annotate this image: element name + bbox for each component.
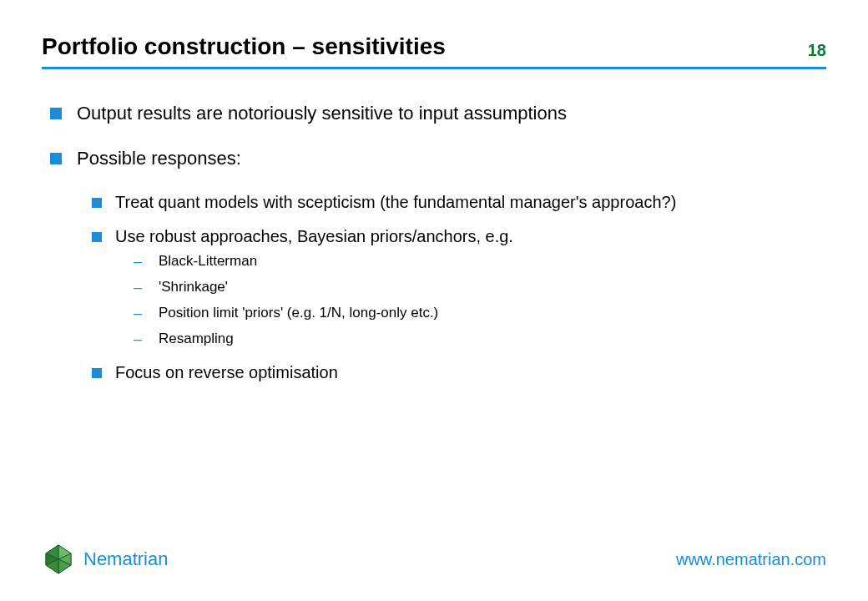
bullet-level1: Possible responses: [50,148,826,169]
bullet-level2: Treat quant models with scepticism (the … [92,193,826,212]
square-bullet-icon [92,368,102,378]
slide-footer: Nematrian www.nematrian.com [42,534,826,576]
bullet-level3: – Black-Litterman [134,253,826,270]
website-url: www.nematrian.com [676,550,826,569]
dash-bullet-icon: – [134,331,145,348]
bullet-text: Resampling [159,331,234,347]
bullet-text: Possible responses: [77,148,241,169]
page-number: 18 [808,41,826,60]
slide-header: Portfolio construction – sensitivities 1… [42,33,826,69]
bullet-text: 'Shrinkage' [159,279,228,295]
slide-content: Output results are notoriously sensitive… [42,103,826,534]
bullet-subgroup: – Black-Litterman – 'Shrinkage' – Positi… [50,253,826,348]
square-bullet-icon [50,153,62,164]
nematrian-logo-icon [42,543,75,576]
bullet-level2: Focus on reverse optimisation [92,363,826,382]
square-bullet-icon [92,232,102,242]
dash-bullet-icon: – [134,279,145,296]
bullet-level3: – 'Shrinkage' [134,279,826,296]
slide-title: Portfolio construction – sensitivities [42,33,446,60]
bullet-text: Focus on reverse optimisation [115,363,338,382]
bullet-text: Position limit 'priors' (e.g. 1/N, long-… [159,305,438,321]
slide-container: Portfolio construction – sensitivities 1… [0,0,868,601]
dash-bullet-icon: – [134,305,145,322]
bullet-text: Output results are notoriously sensitive… [77,103,567,124]
bullet-level3: – Position limit 'priors' (e.g. 1/N, lon… [134,305,826,322]
bullet-text: Use robust approaches, Bayesian priors/a… [115,227,513,246]
bullet-level1: Output results are notoriously sensitive… [50,103,826,124]
bullet-level3: – Resampling [134,331,826,348]
bullet-text: Black-Litterman [159,253,257,270]
bullet-text: Treat quant models with scepticism (the … [115,193,676,212]
footer-brand: Nematrian [42,543,168,576]
dash-bullet-icon: – [134,253,145,270]
square-bullet-icon [50,108,62,119]
bullet-level2: Use robust approaches, Bayesian priors/a… [92,227,826,246]
square-bullet-icon [92,198,102,208]
brand-name: Nematrian [83,548,168,570]
